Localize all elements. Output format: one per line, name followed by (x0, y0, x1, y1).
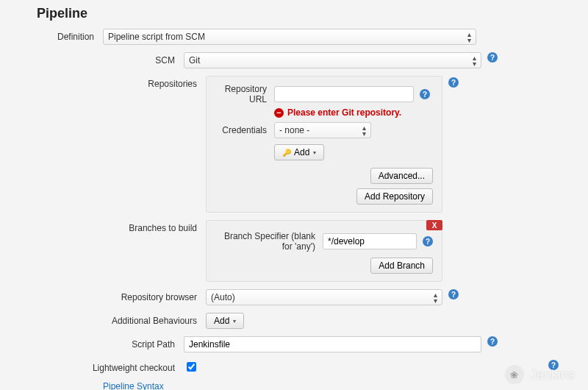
repo-browser-value: (Auto) (211, 292, 235, 302)
add-repository-button[interactable]: Add Repository (356, 188, 433, 205)
key-icon: 🔑 (282, 149, 291, 157)
pipeline-syntax-link[interactable]: Pipeline Syntax (103, 381, 164, 390)
help-icon[interactable]: ? (487, 52, 498, 63)
add-branch-button[interactable]: Add Branch (370, 258, 433, 274)
branch-card: X Branch Specifier (blank for 'any') ? A… (206, 220, 442, 282)
credentials-select[interactable]: - none - ▴ ▾ (274, 122, 371, 138)
add-cred-label: Add (294, 147, 309, 157)
footer-watermark: ❀ Jenkins (505, 365, 575, 384)
repo-browser-select[interactable]: (Auto) ▴ ▾ (206, 289, 442, 305)
chevron-updown-icon: ▴ ▾ (467, 32, 471, 43)
repository-card: Repository URL ? − Please enter Git repo… (206, 76, 442, 213)
definition-label: Definition (37, 29, 103, 42)
add-behaviour-label: Add (214, 316, 229, 326)
branch-specifier-label: Branch Specifier (blank for 'any') (215, 231, 323, 252)
delete-branch-button[interactable]: X (426, 220, 442, 230)
error-message: − Please enter Git repository. (274, 107, 401, 118)
page-title: Pipeline (37, 6, 559, 21)
chevron-down-icon: ▾ (233, 318, 236, 325)
branch-specifier-input[interactable] (323, 233, 417, 249)
credentials-label: Credentials (215, 125, 274, 135)
help-icon[interactable]: ? (448, 77, 459, 88)
script-path-input[interactable] (184, 336, 481, 352)
add-credentials-button[interactable]: 🔑 Add ▾ (274, 144, 324, 160)
repo-browser-label: Repository browser (88, 289, 206, 302)
lightweight-checkbox[interactable] (187, 362, 196, 372)
credentials-value: - none - (279, 125, 309, 135)
error-icon: − (274, 108, 284, 118)
scm-value: Git (189, 55, 200, 65)
chevron-updown-icon: ▴ ▾ (434, 292, 437, 304)
help-icon[interactable]: ? (420, 89, 430, 99)
definition-value: Pipeline script from SCM (108, 32, 205, 42)
scm-label: SCM (44, 52, 184, 65)
behaviours-label: Additional Behaviours (88, 313, 206, 326)
add-behaviour-button[interactable]: Add ▾ (206, 313, 244, 329)
definition-select[interactable]: Pipeline script from SCM ▴ ▾ (103, 29, 476, 45)
error-text: Please enter Git repository. (287, 107, 401, 118)
chevron-updown-icon: ▴ ▾ (362, 125, 366, 137)
chevron-down-icon: ▾ (313, 149, 316, 156)
help-icon[interactable]: ? (448, 289, 459, 299)
help-icon[interactable]: ? (487, 336, 498, 347)
script-path-label: Script Path (44, 336, 184, 350)
scm-select[interactable]: Git ▴ ▾ (184, 52, 481, 68)
lightweight-label: Lightweight checkout (44, 360, 184, 373)
help-icon[interactable]: ? (423, 236, 433, 247)
repo-url-label: Repository URL (215, 84, 274, 104)
advanced-button[interactable]: Advanced... (370, 168, 433, 184)
chevron-updown-icon: ▴ ▾ (473, 55, 476, 67)
repositories-label: Repositories (88, 76, 206, 89)
repo-url-input[interactable] (274, 86, 414, 102)
footer-text: Jenkins (530, 367, 575, 383)
wechat-icon: ❀ (505, 365, 524, 384)
branches-label: Branches to build (88, 220, 206, 233)
